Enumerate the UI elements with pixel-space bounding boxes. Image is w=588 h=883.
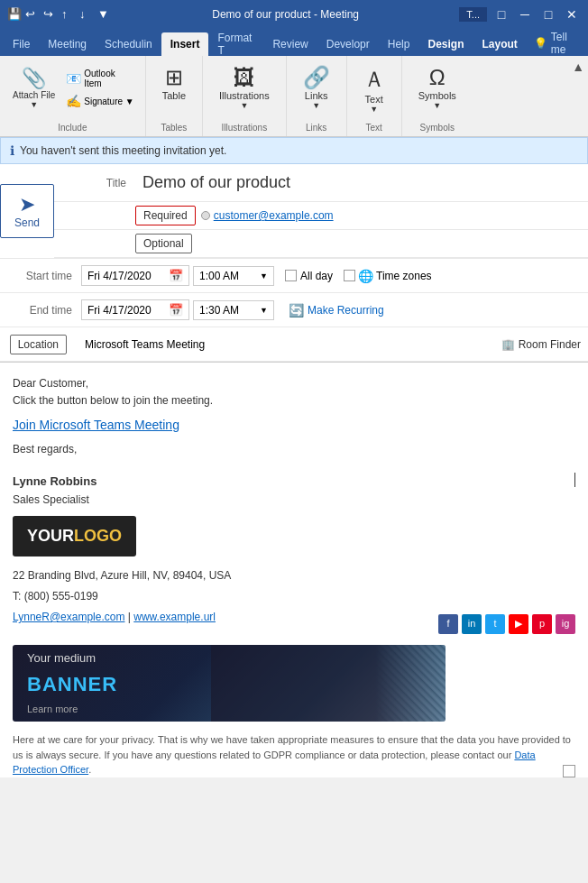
youtube-icon[interactable]: ▶: [509, 614, 528, 634]
start-time-label: Start time: [0, 270, 81, 282]
tab-file[interactable]: File: [4, 32, 39, 56]
room-icon: 🏢: [501, 338, 515, 351]
symbols-icon: Ω: [429, 65, 446, 90]
up-icon[interactable]: ↑: [61, 7, 76, 22]
greeting: Dear Customer,: [13, 375, 575, 392]
outlook-icon: 📧: [66, 71, 81, 86]
undo-icon[interactable]: ↩: [25, 7, 40, 22]
start-time-input[interactable]: 1:00 AM ▼: [193, 266, 274, 286]
location-value[interactable]: Microsoft Teams Meeting: [81, 335, 494, 354]
restore-btn[interactable]: □: [492, 5, 510, 23]
table-button[interactable]: ⊞ Table: [153, 60, 195, 106]
ribbon-collapse-btn[interactable]: ▲: [572, 60, 584, 74]
banner-text: Your medium BANNER Learn more: [27, 649, 117, 718]
location-button[interactable]: Location: [10, 335, 67, 354]
ribbon-group-include: 📎 Attach File ▼ 📧 OutlookItem ✍ Signatur…: [0, 56, 146, 136]
attach-file-button[interactable]: 📎 Attach File ▼: [7, 63, 60, 113]
save-icon[interactable]: 💾: [7, 7, 22, 22]
contact-links: LynneR@example.com | www.example.url: [13, 609, 438, 626]
end-time-input[interactable]: 1:30 AM ▼: [193, 300, 274, 320]
linkedin-icon[interactable]: in: [462, 614, 482, 634]
signature-title: Sales Specialist: [13, 492, 575, 509]
instagram-icon[interactable]: ig: [556, 614, 575, 634]
pinterest-icon[interactable]: p: [532, 614, 552, 634]
email-link[interactable]: LynneR@example.com: [13, 611, 124, 623]
start-date-input[interactable]: Fri 4/17/2020 📅: [81, 265, 189, 286]
tab-review[interactable]: Review: [263, 32, 317, 56]
signature-name: Lynne Robbins: [13, 473, 575, 492]
minimize-btn[interactable]: ─: [516, 5, 534, 23]
join-meeting-link[interactable]: Join Microsoft Teams Meeting: [13, 418, 179, 432]
ribbon: 📎 Attach File ▼ 📧 OutlookItem ✍ Signatur…: [0, 56, 588, 137]
tab-layout[interactable]: Layout: [473, 32, 526, 56]
end-time-value: 1:30 AM: [199, 304, 239, 317]
body-line1: Click the button below to join the meeti…: [13, 392, 575, 409]
optional-button[interactable]: Optional: [135, 234, 192, 253]
website-link[interactable]: www.example.url: [133, 611, 216, 623]
tab-scheduling[interactable]: Schedulin: [96, 32, 161, 56]
close-btn[interactable]: ✕: [563, 5, 581, 23]
timezone-checkbox[interactable]: [344, 270, 355, 281]
allday-checkbox[interactable]: [285, 270, 297, 281]
maximize-btn[interactable]: □: [539, 5, 557, 23]
contact-row: LynneR@example.com | www.example.url f i…: [13, 609, 575, 634]
down-icon[interactable]: ↓: [79, 7, 94, 22]
timezones-btn[interactable]: 🌐 Time zones: [344, 269, 432, 283]
text-button[interactable]: Ａ Text ▼: [354, 60, 394, 119]
twitter-icon[interactable]: t: [485, 614, 505, 634]
start-time-row: Start time Fri 4/17/2020 📅 1:00 AM ▼ All…: [0, 259, 588, 293]
make-recurring-button[interactable]: 🔄 Make Recurring: [289, 303, 384, 317]
banner-title: BANNER: [27, 668, 117, 700]
more-icon[interactable]: ▼: [97, 7, 112, 22]
calendar-icon[interactable]: 📅: [169, 269, 183, 282]
tell-me-field[interactable]: 💡 Tell me: [527, 31, 584, 56]
include-label: Include: [58, 121, 87, 133]
tab-format-text[interactable]: Format T: [208, 32, 263, 56]
ribbon-group-illustrations: 🖼 Illustrations ▼ Illustrations: [203, 56, 287, 136]
end-date-value: Fri 4/17/2020: [87, 304, 152, 317]
window-title: Demo of our product - Meeting: [117, 8, 454, 21]
ribbon-group-tables: ⊞ Table Tables: [146, 56, 203, 136]
tab-indicator[interactable]: T...: [459, 7, 487, 22]
tab-design[interactable]: Design: [418, 32, 473, 56]
symbols-button[interactable]: Ω Symbols ▼: [409, 60, 465, 115]
send-button[interactable]: ➤ Send: [0, 184, 54, 238]
scroll-checkbox[interactable]: [563, 765, 575, 777]
gdpr-text: Here at we care for your privacy. That i…: [13, 732, 575, 777]
title-row: ➤ Send Title Demo of our product Require…: [0, 164, 588, 259]
redo-icon[interactable]: ↪: [43, 7, 58, 22]
outlook-item-button[interactable]: 📧 OutlookItem: [62, 67, 137, 90]
tab-developer[interactable]: Developr: [317, 32, 379, 56]
end-date-input[interactable]: Fri 4/17/2020 📅: [81, 299, 189, 320]
links-button[interactable]: 🔗 Links ▼: [294, 60, 339, 115]
signature-block: Lynne Robbins Sales Specialist YOURLOGO …: [13, 473, 575, 777]
start-time-value: 1:00 AM: [199, 270, 239, 282]
send-label: Send: [14, 216, 40, 229]
optional-row: Optional: [54, 230, 588, 258]
tab-help[interactable]: Help: [379, 32, 419, 56]
end-calendar-icon[interactable]: 📅: [169, 303, 183, 317]
room-finder-button[interactable]: 🏢 Room Finder: [494, 335, 588, 354]
end-time-row: End time Fri 4/17/2020 📅 1:30 AM ▼ 🔄 Mak…: [0, 293, 588, 327]
facebook-icon[interactable]: f: [438, 614, 458, 634]
banner-medium: Your medium: [27, 649, 117, 668]
meeting-title[interactable]: Demo of our product: [135, 168, 588, 198]
signature-button[interactable]: ✍ Signature ▼: [62, 92, 137, 110]
ribbon-tabs: File Meeting Schedulin Insert Format T R…: [0, 29, 588, 56]
body-content: Dear Customer, Click the button below to…: [0, 363, 588, 777]
location-row: Location Microsoft Teams Meeting 🏢 Room …: [0, 327, 588, 362]
recurring-icon: 🔄: [289, 303, 304, 317]
tables-label: Tables: [161, 123, 187, 133]
globe-icon: 🌐: [358, 269, 373, 283]
tab-meeting[interactable]: Meeting: [39, 32, 96, 56]
logo-your: YOUR: [27, 527, 74, 545]
symbols-label: Symbols: [420, 123, 455, 133]
tab-insert[interactable]: Insert: [161, 32, 209, 56]
signature-icon: ✍: [66, 94, 81, 108]
illustrations-button[interactable]: 🖼 Illustrations ▼: [210, 60, 279, 115]
required-button[interactable]: Required: [135, 206, 196, 225]
banner-photo: [211, 645, 446, 722]
info-icon: ℹ: [10, 143, 14, 158]
banner-learn-more[interactable]: Learn more: [27, 702, 117, 718]
required-email[interactable]: customer@example.com: [214, 209, 334, 222]
